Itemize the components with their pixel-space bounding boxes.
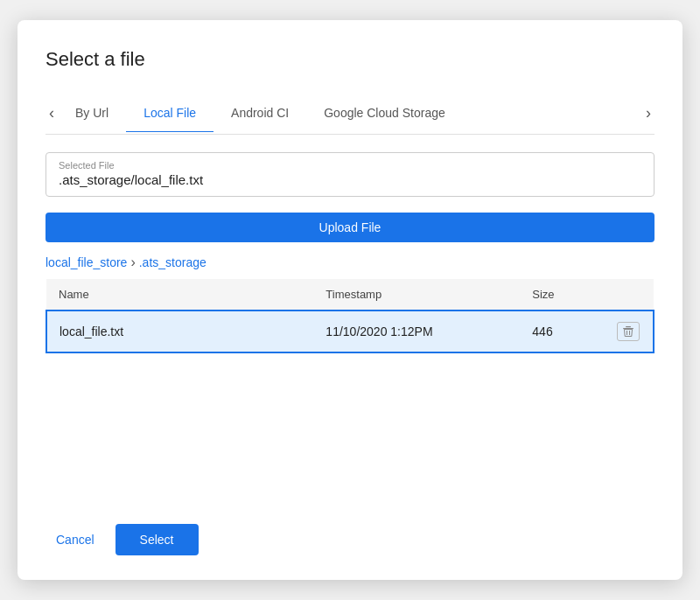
- select-button[interactable]: Select: [116, 524, 199, 555]
- tabs-list: By Url Local File Android CI Google Clou…: [58, 94, 642, 132]
- dialog-footer: Cancel Select: [46, 503, 654, 555]
- selected-file-value: .ats_storage/local_file.txt: [59, 172, 641, 187]
- breadcrumb-separator: ›: [130, 255, 135, 270]
- tab-local-file[interactable]: Local File: [126, 94, 214, 132]
- tabs-container: ‹ By Url Local File Android CI Google Cl…: [46, 92, 654, 135]
- table-row[interactable]: local_file.txt 11/10/2020 1:12PM 446: [46, 310, 654, 352]
- cell-action: [605, 310, 654, 352]
- trash-icon: [622, 325, 634, 338]
- tab-by-url[interactable]: By Url: [58, 94, 126, 132]
- breadcrumb-current[interactable]: .ats_storage: [139, 255, 206, 269]
- table-header-row: Name Timestamp Size: [46, 279, 654, 310]
- column-header-action: [605, 279, 654, 310]
- cancel-button[interactable]: Cancel: [46, 526, 105, 554]
- svg-rect-1: [626, 326, 631, 327]
- tab-prev-button[interactable]: ‹: [46, 92, 58, 134]
- delete-file-button[interactable]: [617, 322, 640, 341]
- file-table: Name Timestamp Size local_file.txt 11/10…: [46, 279, 654, 353]
- column-header-name: Name: [46, 279, 313, 310]
- breadcrumb-root[interactable]: local_file_store: [46, 255, 127, 269]
- cell-timestamp: 11/10/2020 1:12PM: [313, 310, 520, 352]
- dialog-title: Select a file: [46, 48, 654, 71]
- cell-size: 446: [520, 310, 605, 352]
- cell-name: local_file.txt: [46, 310, 313, 352]
- upload-file-button[interactable]: Upload File: [46, 213, 654, 242]
- tab-android-ci[interactable]: Android CI: [214, 94, 306, 132]
- file-select-dialog: Select a file ‹ By Url Local File Androi…: [18, 20, 682, 580]
- tab-next-button[interactable]: ›: [642, 92, 654, 134]
- tab-google-cloud-storage[interactable]: Google Cloud Storage: [306, 94, 463, 132]
- selected-file-label: Selected File: [59, 160, 641, 171]
- selected-file-field: Selected File .ats_storage/local_file.tx…: [46, 152, 654, 197]
- column-header-size: Size: [520, 279, 605, 310]
- breadcrumb: local_file_store › .ats_storage: [46, 255, 654, 270]
- column-header-timestamp: Timestamp: [313, 279, 520, 310]
